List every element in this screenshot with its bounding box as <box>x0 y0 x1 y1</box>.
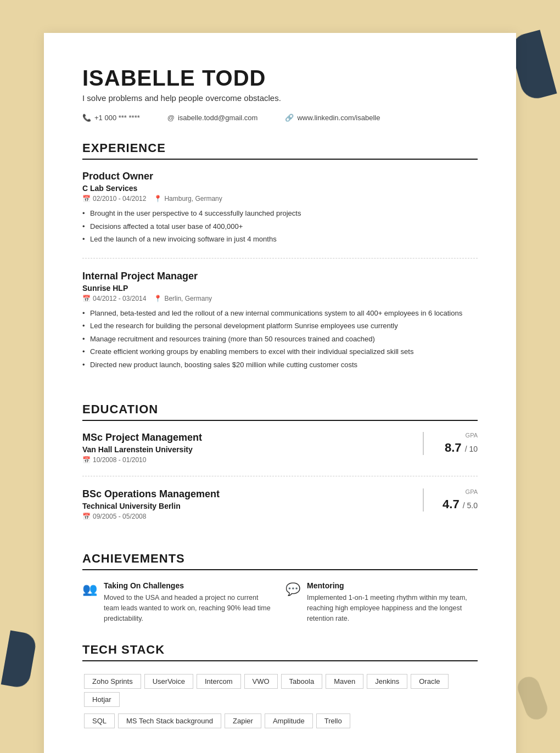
job-block: Internal Project Manager Sunrise HLP 📅 0… <box>82 271 478 384</box>
calendar-icon: 📅 <box>82 195 91 203</box>
achievement-description: Implemented 1-on-1 meeting rhythm within… <box>307 593 478 623</box>
job-company: C Lab Services <box>82 184 478 193</box>
job-title: Internal Project Manager <box>82 271 478 282</box>
achievement-title: Taking On Challenges <box>104 581 275 590</box>
achievement-item: 👥 Taking On Challenges Moved to the USA … <box>82 581 275 623</box>
achievement-title: Mentoring <box>307 581 478 590</box>
gpa-value: 8.7 / 10 <box>435 441 478 455</box>
gpa-label: GPA <box>435 488 478 495</box>
education-list: MSc Project Management Van Hall Larenste… <box>82 432 478 532</box>
edu-degree: BSc Operations Management <box>82 488 423 500</box>
gpa-value: 4.7 / 5.0 <box>435 497 478 512</box>
edu-dates: 📅 10/2008 - 01/2010 <box>82 456 423 464</box>
linkedin-icon: 🔗 <box>285 114 294 122</box>
tech-tag: MS Tech Stack background <box>118 713 221 728</box>
job-dates: 📅 04/2012 - 03/2014 <box>82 295 146 302</box>
edu-school: Technical University Berlin <box>82 502 423 510</box>
tech-tag: Jenkins <box>367 674 407 689</box>
tech-tag: Oracle <box>411 674 448 689</box>
calendar-icon: 📅 <box>82 456 91 464</box>
email-icon: @ <box>167 114 175 122</box>
tech-tag: UserVoice <box>144 674 193 689</box>
job-title: Product Owner <box>82 171 478 182</box>
job-bullet: Brought in the user perspective to 4 suc… <box>82 207 478 220</box>
job-meta: 📅 02/2010 - 04/2012 📍 Hamburg, Germany <box>82 195 478 203</box>
education-section-title: EDUCATION <box>82 402 478 421</box>
edu-block: MSc Project Management Van Hall Larenste… <box>82 432 478 476</box>
contact-email: @ isabelle.todd@gmail.com <box>167 114 258 122</box>
edu-right: GPA 4.7 / 5.0 <box>423 488 478 512</box>
tech-tag: Amplitude <box>265 713 313 728</box>
achievement-content: Mentoring Implemented 1-on-1 meeting rhy… <box>307 581 478 623</box>
tech-tag: Intercom <box>197 674 241 689</box>
decorative-corner-bottom-left <box>1 630 38 689</box>
job-bullets-list: Planned, beta-tested and led the rollout… <box>82 307 478 372</box>
linkedin-value: www.linkedin.com/isabelle <box>297 114 380 122</box>
job-location: 📍 Hamburg, Germany <box>154 195 222 203</box>
edu-right: GPA 8.7 / 10 <box>423 432 478 455</box>
edu-block: BSc Operations Management Technical Univ… <box>82 488 478 532</box>
candidate-tagline: I solve problems and help people overcom… <box>82 93 478 103</box>
job-block: Product Owner C Lab Services 📅 02/2010 -… <box>82 171 478 259</box>
experience-section-title: EXPERIENCE <box>82 141 478 160</box>
job-bullet: Create efficient working groups by enabl… <box>82 345 478 358</box>
edu-left: MSc Project Management Van Hall Larenste… <box>82 432 423 464</box>
job-meta: 📅 04/2012 - 03/2014 📍 Berlin, Germany <box>82 295 478 302</box>
edu-left: BSc Operations Management Technical Univ… <box>82 488 423 520</box>
gpa-label: GPA <box>435 432 478 439</box>
tech-tag: Hotjar <box>84 692 120 707</box>
tech-tag: Trello <box>316 713 350 728</box>
gpa-max: / 5.0 <box>463 501 478 510</box>
edu-dates: 📅 09/2005 - 05/2008 <box>82 513 423 520</box>
contact-linkedin: 🔗 www.linkedin.com/isabelle <box>285 114 380 122</box>
tech-tag: VWO <box>244 674 278 689</box>
achievement-icon: 👥 <box>82 582 97 597</box>
tech-tag: SQL <box>84 713 115 728</box>
tech-row: Zoho SprintsUserVoiceIntercomVWOTaboolaM… <box>82 672 478 709</box>
tech-tag: Zapier <box>225 713 261 728</box>
edu-degree: MSc Project Management <box>82 432 423 443</box>
resume-paper: ISABELLE TODD I solve problems and help … <box>44 33 516 753</box>
experience-list: Product Owner C Lab Services 📅 02/2010 -… <box>82 171 478 383</box>
achievements-section-title: ACHIEVEMENTS <box>82 552 478 570</box>
tech-tag: Taboola <box>281 674 323 689</box>
job-bullet: Led the research for building the person… <box>82 319 478 333</box>
contact-phone: 📞 +1 000 *** **** <box>82 114 140 122</box>
calendar-icon: 📅 <box>82 513 91 520</box>
achievements-grid: 👥 Taking On Challenges Moved to the USA … <box>82 581 478 623</box>
job-bullet: Led the launch of a new invoicing softwa… <box>82 233 478 246</box>
decorative-corner-bottom-right <box>515 674 551 723</box>
location-icon: 📍 <box>154 295 162 302</box>
gpa-max: / 10 <box>465 445 478 453</box>
job-bullet: Planned, beta-tested and led the rollout… <box>82 307 478 320</box>
achievement-icon: 💬 <box>285 582 300 597</box>
tech-tag: Maven <box>326 674 363 689</box>
candidate-name: ISABELLE TODD <box>82 66 478 90</box>
job-location: 📍 Berlin, Germany <box>154 295 212 302</box>
achievement-item: 💬 Mentoring Implemented 1-on-1 meeting r… <box>285 581 478 623</box>
tech-row: SQLMS Tech Stack backgroundZapierAmplitu… <box>82 712 478 730</box>
job-dates: 📅 02/2010 - 04/2012 <box>82 195 146 203</box>
phone-value: +1 000 *** **** <box>94 114 140 122</box>
techstack-container: Zoho SprintsUserVoiceIntercomVWOTaboolaM… <box>82 672 478 730</box>
phone-icon: 📞 <box>82 114 91 122</box>
techstack-section-title: TECH STACK <box>82 643 478 661</box>
job-bullet: Directed new product launch, boosting sa… <box>82 358 478 372</box>
job-bullets-list: Brought in the user perspective to 4 suc… <box>82 207 478 246</box>
job-bullet: Manage recruitment and resources trainin… <box>82 333 478 346</box>
calendar-icon: 📅 <box>82 295 91 302</box>
achievement-description: Moved to the USA and headed a project no… <box>104 593 275 623</box>
edu-school: Van Hall Larenstein University <box>82 445 423 454</box>
contact-row: 📞 +1 000 *** **** @ isabelle.todd@gmail.… <box>82 114 478 122</box>
email-value: isabelle.todd@gmail.com <box>178 114 257 122</box>
header-section: ISABELLE TODD I solve problems and help … <box>82 66 478 122</box>
job-bullet: Decisions affected a total user base of … <box>82 220 478 233</box>
job-company: Sunrise HLP <box>82 284 478 293</box>
location-icon: 📍 <box>154 195 162 203</box>
tech-tag: Zoho Sprints <box>84 674 141 689</box>
achievement-content: Taking On Challenges Moved to the USA an… <box>104 581 275 623</box>
